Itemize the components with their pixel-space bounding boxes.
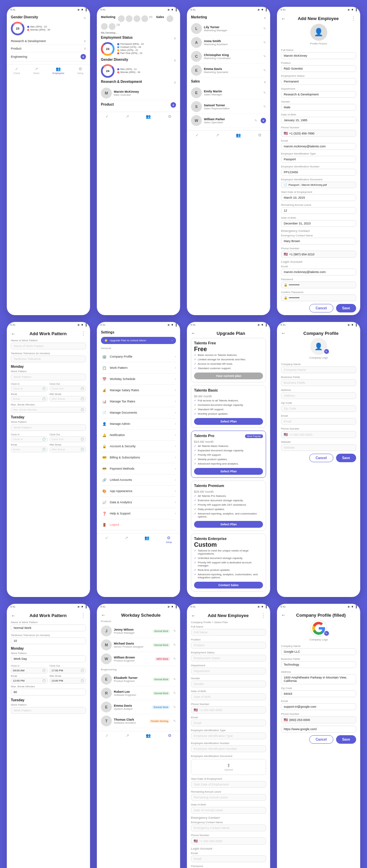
input-after-break-tue[interactable]: After Break🕐: [50, 447, 86, 452]
input-phone-filled[interactable]: 🇺🇸 (650) 253-0000: [281, 716, 356, 723]
edit-logo-button[interactable]: ✎: [324, 349, 329, 354]
input-pos-empty[interactable]: Position: [191, 642, 266, 649]
input-email-cp[interactable]: Email: [281, 418, 356, 425]
settings-account-security[interactable]: 🔒 Account & Security ›: [101, 441, 176, 452]
settings-work-pattern[interactable]: 📋 Work Pattern ›: [101, 362, 176, 374]
input-login-email[interactable]: marvin.mckinney@talento.com: [281, 269, 356, 275]
nav-share[interactable]: ↗Share: [33, 67, 39, 74]
settings-data-analytics[interactable]: 📈 Data & Analytics ›: [101, 497, 176, 508]
input-emergency-name[interactable]: Mary Brown: [281, 238, 356, 245]
select-plan-basic[interactable]: Select Plan: [194, 418, 263, 425]
input-full-name[interactable]: Marvin McKinney: [281, 52, 356, 59]
select-wp-tue-filled[interactable]: Work Pattern: [11, 707, 86, 714]
settings-manage-admin[interactable]: 👤 Manage Admin ›: [101, 418, 176, 430]
input-after-break-mon[interactable]: After Break🕐: [50, 396, 86, 402]
select-gender-empty[interactable]: Gender: [191, 681, 266, 687]
nav-employees[interactable]: 👥Employees: [52, 67, 64, 74]
cancel-button[interactable]: Cancel: [309, 304, 333, 312]
input-confirm-password[interactable]: 🔒 ••••••••••: [281, 294, 356, 301]
settings-app-appearance[interactable]: 🎨 App Appearance ›: [101, 486, 176, 497]
select-idtype-empty[interactable]: Employee Identification Type: [191, 733, 266, 739]
input-tardiness[interactable]: Tardiness Tolerance: [11, 356, 86, 362]
input-clock-in-mon[interactable]: Clock In🕐: [11, 386, 48, 392]
input-break-mon[interactable]: Break🕐: [11, 396, 48, 402]
input-phone-empty[interactable]: 🇺🇸 +1 000 000-0000: [191, 706, 266, 713]
input-ec-phone-empty[interactable]: 🇺🇸 +1 000 000-0000: [191, 837, 266, 845]
input-position[interactable]: R&D Scientist: [281, 65, 356, 72]
nav-check[interactable]: ✓Check: [13, 67, 20, 74]
input-email[interactable]: marvin.mckinney@talento.com: [281, 143, 356, 150]
contact-sales-button[interactable]: Contact Sales: [194, 582, 263, 589]
cancel-cpf-button[interactable]: Cancel: [309, 735, 333, 744]
input-tardiness-filled[interactable]: 10: [11, 637, 86, 644]
input-login-email-empty[interactable]: Email: [191, 855, 266, 862]
back-button-cpf[interactable]: ←: [281, 612, 286, 618]
input-break-mon-filled[interactable]: 12:00 PM🕐: [11, 678, 48, 684]
settings-documents[interactable]: 📄 Manage Documents ›: [101, 407, 176, 418]
edit-google-logo[interactable]: ✎: [324, 631, 329, 636]
input-address-filled[interactable]: 1600 Amphitheatre Parkway in Mountain Vi…: [281, 674, 356, 684]
select-business-fields[interactable]: Business Fields: [281, 379, 356, 386]
input-fn-empty[interactable]: Full Name: [191, 629, 266, 636]
input-clock-out-mon[interactable]: Clock Out🕐: [50, 386, 86, 392]
file-document[interactable]: 📄 Passport - Marvin McKinney.pdf: [281, 182, 356, 188]
upgrade-banner[interactable]: ⭐ Upgrade Plan to Unlock More! ›: [101, 337, 176, 344]
input-dob-empty[interactable]: Date of Birth: [191, 693, 266, 700]
input-ec-name-empty[interactable]: Emergency Contact Name: [191, 825, 266, 831]
back-button-wp2[interactable]: ←: [11, 613, 16, 618]
input-clock-out-tue[interactable]: Clock Out🕐: [50, 436, 86, 442]
select-dept-empty[interactable]: Department: [191, 668, 266, 674]
input-wp-name-filled[interactable]: Normal Work: [11, 625, 86, 631]
settings-notification[interactable]: 🔔 Notification ›: [101, 430, 176, 441]
input-department[interactable]: Research & Development: [281, 91, 356, 98]
input-company-name-filled[interactable]: Google LLC: [281, 648, 356, 655]
input-website-cp[interactable]: Website: [281, 444, 356, 451]
upload-document[interactable]: ⬆ Upload: [191, 759, 266, 775]
cancel-cp-button[interactable]: Cancel: [309, 454, 333, 462]
save-button[interactable]: Save: [336, 304, 356, 312]
settings-workday-schedule[interactable]: 📅 Workday Schedule ›: [101, 374, 176, 385]
save-cpf-button[interactable]: Save: [336, 735, 356, 744]
select-plan-premium[interactable]: Select Plan: [194, 521, 263, 528]
save-cp-button[interactable]: Save: [336, 454, 356, 462]
settings-company-profile[interactable]: 🏢 Company Profile ›: [101, 351, 176, 362]
input-id-type[interactable]: Passport: [281, 156, 356, 163]
input-max-break-mon[interactable]: Max. Break Minutes🕐: [11, 407, 86, 413]
select-wp-mon-filled[interactable]: Work Day: [11, 655, 86, 662]
input-phone-cp[interactable]: 🇺🇸 +1 000 000-0000: [281, 431, 356, 438]
input-address[interactable]: Address: [281, 392, 356, 399]
input-zip-filled[interactable]: 94043: [281, 690, 356, 697]
back-button-cp[interactable]: ←: [281, 330, 286, 336]
input-emergency-phone[interactable]: 🇺🇸 +1 (987) 654-3210: [281, 251, 356, 258]
back-button[interactable]: ←: [281, 16, 286, 21]
input-start-date[interactable]: March 10, 2015: [281, 194, 356, 201]
input-annualleave-empty[interactable]: Remaining Annual Leave: [191, 794, 266, 801]
input-id-number[interactable]: PP123456: [281, 169, 356, 176]
settings-tax-rates[interactable]: 📊 Manage Tax Rates ›: [101, 396, 176, 407]
input-max-break-filled[interactable]: 60: [11, 689, 86, 695]
input-phone[interactable]: 🇺🇸 +1 (323) 456-7890: [281, 130, 356, 137]
input-email-empty[interactable]: Email: [191, 720, 266, 726]
settings-help-support[interactable]: ❓ Help & Support ›: [101, 508, 176, 519]
input-work-pattern-name[interactable]: Name of Work Pattern: [11, 343, 86, 349]
input-company-name[interactable]: Company Name: [281, 366, 356, 373]
back-button-ae[interactable]: ←: [191, 613, 196, 618]
input-dob2[interactable]: December 31, 2023: [281, 220, 356, 227]
select-work-pattern-tue[interactable]: Work Pattern: [11, 424, 86, 431]
select-work-pattern-mon[interactable]: Work Pattern: [11, 374, 86, 380]
select-plan-pro[interactable]: Select Plan: [194, 468, 263, 475]
back-button-wp[interactable]: ←: [11, 331, 16, 337]
input-dob[interactable]: January 15, 1985: [281, 117, 356, 124]
input-gender[interactable]: Male: [281, 104, 356, 111]
select-bf-filled[interactable]: Technology: [281, 661, 356, 668]
input-annual-leave[interactable]: 12: [281, 207, 356, 214]
input-zip[interactable]: Zip Code: [281, 405, 356, 412]
input-ab-mon-filled[interactable]: 13:00 PM🕐: [50, 678, 86, 684]
input-password[interactable]: 🔒 ••••••••••: [281, 282, 356, 288]
input-co-mon-filled[interactable]: 17:00 PM🕐: [50, 668, 86, 673]
input-clock-in-tue[interactable]: Clock In🕐: [11, 436, 48, 442]
select-es-empty[interactable]: Employment Status: [191, 655, 266, 662]
settings-salary-rates[interactable]: 💰 Manage Salary Rates ›: [101, 385, 176, 396]
input-email-filled[interactable]: support-in@google.com: [281, 703, 356, 710]
input-idnum-empty[interactable]: Employee Identification Number: [191, 745, 266, 752]
